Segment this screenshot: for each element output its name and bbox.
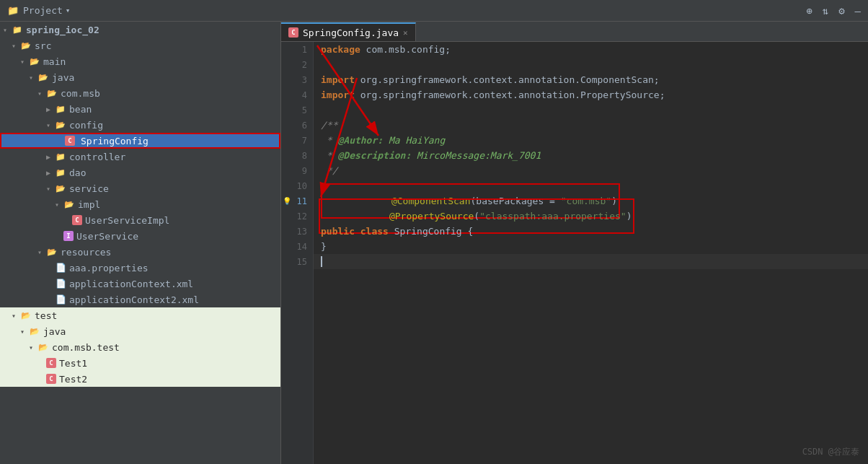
tab-SpringConfig[interactable]: C SpringConfig.java ✕ bbox=[281, 22, 416, 41]
main-layout: ▾ 📁 spring_ioc_02 ▾ 📂 src ▾ 📂 main ▾ 📂 j… bbox=[0, 22, 868, 464]
code-line-3: import org.springframework.context.annot… bbox=[314, 72, 868, 87]
java-interface-icon: I bbox=[63, 231, 74, 241]
tab-label: SpringConfig.java bbox=[303, 27, 399, 38]
tree-item-dao[interactable]: ▶ 📁 dao bbox=[0, 165, 280, 180]
code-line-7: * @Author: Ma HaiYang bbox=[314, 133, 868, 148]
line-num-8: 8 bbox=[281, 148, 313, 163]
line-num-14: 14 bbox=[281, 239, 313, 254]
sync-icon[interactable]: ⇅ bbox=[823, 5, 828, 17]
tree-item-applicationContext2-xml[interactable]: 📄 applicationContext2.xml bbox=[0, 292, 280, 307]
folder-icon: 📂 bbox=[63, 198, 75, 210]
arrow-icon: ▾ bbox=[37, 89, 46, 97]
tree-label: com.msb bbox=[61, 88, 100, 99]
tree-item-resources[interactable]: ▾ 📂 resources bbox=[0, 244, 280, 260]
folder-icon: 📂 bbox=[55, 183, 66, 194]
xml-icon: 📄 bbox=[55, 294, 66, 305]
arrow-icon: ▾ bbox=[29, 343, 37, 351]
code-line-1: package com.msb.config; bbox=[314, 42, 868, 57]
line-num-10: 10 bbox=[281, 178, 313, 193]
line-num-1: 1 bbox=[281, 42, 313, 57]
tree-item-applicationContext-xml[interactable]: 📄 applicationContext.xml bbox=[0, 276, 280, 292]
watermark: CSDN @谷应泰 bbox=[802, 446, 859, 458]
editor-area: C SpringConfig.java ✕ 1 2 3 4 5 6 7 8 9 … bbox=[281, 22, 868, 464]
folder-icon: 📂 bbox=[37, 71, 49, 83]
code-line-2 bbox=[314, 57, 868, 72]
add-icon[interactable]: ⊕ bbox=[806, 5, 812, 17]
tree-item-test[interactable]: ▾ 📂 test bbox=[0, 307, 280, 323]
xml-icon: 📄 bbox=[55, 278, 66, 289]
folder-icon: 📂 bbox=[20, 40, 32, 51]
tree-label: controller bbox=[69, 152, 125, 162]
arrow-icon: ▾ bbox=[3, 26, 12, 34]
code-area[interactable]: package com.msb.config; import org.sprin… bbox=[314, 42, 868, 464]
tree-label: SpringConfig bbox=[81, 136, 149, 146]
tree-item-UserService[interactable]: I UserService bbox=[0, 228, 280, 244]
tree-label: config bbox=[69, 120, 103, 131]
arrow-icon: ▾ bbox=[55, 201, 63, 209]
tree-item-spring_ioc_02[interactable]: ▾ 📁 spring_ioc_02 bbox=[0, 22, 280, 38]
editor-content: 1 2 3 4 5 6 7 8 9 10 11 💡 12 13 14 15 bbox=[281, 42, 868, 464]
tree-label: aaa.properties bbox=[69, 263, 149, 273]
line-num-15: 15 bbox=[281, 254, 313, 269]
tree-label: UserServiceImpl bbox=[85, 215, 169, 226]
top-bar: 📁 Project ▾ ⊕ ⇅ ⚙ — bbox=[0, 0, 868, 22]
tab-close-icon[interactable]: ✕ bbox=[403, 28, 408, 38]
tree-item-test-java[interactable]: ▾ 📂 java bbox=[0, 323, 280, 339]
settings-icon[interactable]: ⚙ bbox=[838, 5, 844, 17]
tree-label: test bbox=[35, 310, 57, 321]
tab-icon: C bbox=[288, 27, 298, 38]
tree-label: applicationContext2.xml bbox=[69, 294, 199, 305]
folder-icon: 📂 bbox=[55, 119, 66, 131]
java-class-icon: C bbox=[72, 215, 82, 225]
top-bar-dropdown[interactable]: ▾ bbox=[66, 6, 71, 15]
arrow-icon: ▾ bbox=[29, 74, 37, 82]
tab-bar: C SpringConfig.java ✕ bbox=[281, 22, 868, 42]
properties-icon: 📄 bbox=[55, 262, 66, 273]
folder-icon: 📂 bbox=[20, 310, 32, 321]
line-num-4: 4 bbox=[281, 87, 313, 102]
folder-icon: 📁 bbox=[55, 151, 66, 162]
tree-label: Test1 bbox=[59, 358, 87, 369]
arrow-icon: ▶ bbox=[46, 105, 55, 113]
tree-item-Test2[interactable]: C Test2 bbox=[0, 371, 280, 387]
tree-item-com-msb[interactable]: ▾ 📂 com.msb bbox=[0, 85, 280, 101]
tree-label: Test2 bbox=[59, 374, 87, 385]
tree-item-com-msb-test[interactable]: ▾ 📂 com.msb.test bbox=[0, 339, 280, 355]
line-num-3: 3 bbox=[281, 72, 313, 87]
line-num-7: 7 bbox=[281, 133, 313, 148]
tree-label: UserService bbox=[76, 231, 138, 242]
tree-label: dao bbox=[69, 167, 86, 178]
tree-label: com.msb.test bbox=[52, 342, 120, 353]
arrow-icon: ▾ bbox=[46, 121, 55, 129]
tree-item-impl[interactable]: ▾ 📂 impl bbox=[0, 196, 280, 212]
line-numbers: 1 2 3 4 5 6 7 8 9 10 11 💡 12 13 14 15 bbox=[281, 42, 314, 464]
tree-item-Test1[interactable]: C Test1 bbox=[0, 355, 280, 371]
top-bar-icons: ⊕ ⇅ ⚙ — bbox=[806, 5, 861, 17]
tree-label: applicationContext.xml bbox=[69, 279, 193, 289]
tree-item-SpringConfig[interactable]: C SpringConfig bbox=[0, 133, 280, 149]
tree-item-src[interactable]: ▾ 📂 src bbox=[0, 38, 280, 53]
folder-icon: 📂 bbox=[29, 56, 40, 67]
code-line-9: */ bbox=[314, 163, 868, 178]
code-line-4: import org.springframework.context.annot… bbox=[314, 87, 868, 102]
tree-item-UserServiceImpl[interactable]: C UserServiceImpl bbox=[0, 212, 280, 228]
line-num-2: 2 bbox=[281, 57, 313, 72]
tree-item-java[interactable]: ▾ 📂 java bbox=[0, 69, 280, 85]
tree-label: src bbox=[35, 40, 51, 51]
minimize-icon[interactable]: — bbox=[855, 5, 861, 17]
top-bar-title: Project bbox=[23, 5, 63, 16]
folder-icon: 📁 bbox=[55, 167, 66, 178]
arrow-icon: ▾ bbox=[20, 328, 29, 336]
arrow-icon: ▾ bbox=[12, 312, 20, 320]
folder-icon: 📂 bbox=[46, 87, 58, 99]
tree-item-controller[interactable]: ▶ 📁 controller bbox=[0, 149, 280, 165]
tree-item-service[interactable]: ▾ 📂 service bbox=[0, 180, 280, 196]
sidebar-top: ▾ 📁 spring_ioc_02 ▾ 📂 src ▾ 📂 main ▾ 📂 j… bbox=[0, 22, 280, 307]
tree-item-config[interactable]: ▾ 📂 config bbox=[0, 117, 280, 133]
tree-item-bean[interactable]: ▶ 📁 bean bbox=[0, 101, 280, 117]
tree-item-main[interactable]: ▾ 📂 main bbox=[0, 53, 280, 69]
code-line-12: @PropertySource("classpath:aaa.propertie… bbox=[314, 209, 868, 224]
tree-item-aaa-properties[interactable]: 📄 aaa.properties bbox=[0, 260, 280, 276]
arrow-icon: ▾ bbox=[12, 42, 20, 50]
arrow-icon: ▾ bbox=[37, 248, 46, 256]
